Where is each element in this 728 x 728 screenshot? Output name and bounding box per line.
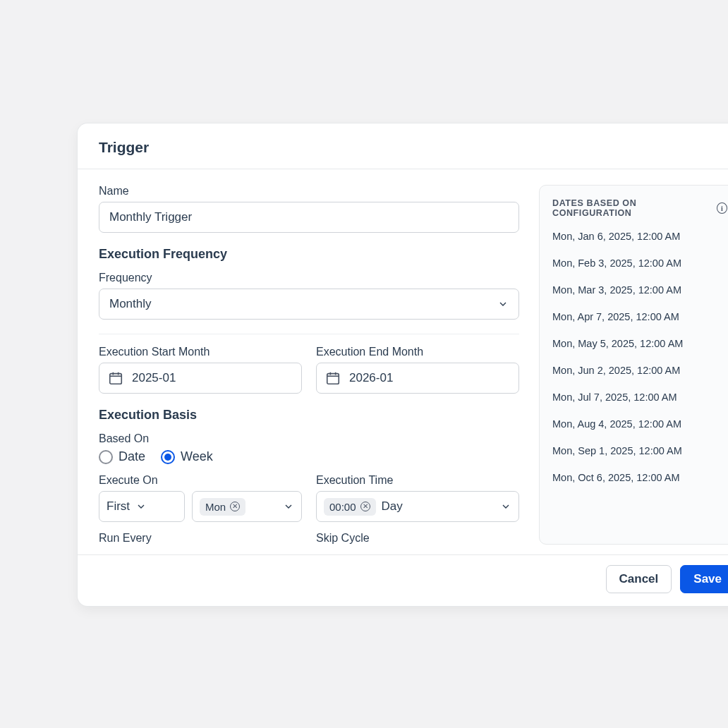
- frequency-select[interactable]: Monthly: [99, 289, 519, 320]
- chevron-down-icon: [500, 501, 511, 512]
- frequency-label: Frequency: [99, 272, 519, 284]
- divider: [99, 334, 519, 334]
- field-frequency: Frequency Monthly: [99, 272, 519, 320]
- run-skip-row: Run Every Skip Cycle: [99, 532, 519, 549]
- panel-footer: Cancel Save: [78, 554, 728, 606]
- field-run-every: Run Every: [99, 532, 302, 549]
- date-row: Mon, Jul 7, 2025, 12:00 AM: [552, 392, 727, 403]
- calendar-icon: [325, 370, 341, 386]
- date-row: Mon, Feb 3, 2025, 12:00 AM: [552, 257, 727, 269]
- execute-on-day-select[interactable]: Mon ✕: [192, 491, 302, 522]
- field-start-month: Execution Start Month 2025-01: [99, 346, 302, 394]
- time-chip[interactable]: 00:00 ✕: [324, 498, 376, 516]
- date-row: Mon, Jan 6, 2025, 12:00 AM: [552, 231, 727, 242]
- date-row: Mon, May 5, 2025, 12:00 AM: [552, 338, 727, 349]
- dates-list: Mon, Jan 6, 2025, 12:00 AM Mon, Feb 3, 2…: [552, 231, 727, 483]
- execute-row: Execute On First Mon ✕: [99, 474, 519, 522]
- date-row: Mon, Apr 7, 2025, 12:00 AM: [552, 311, 727, 322]
- field-skip-cycle: Skip Cycle: [316, 532, 519, 549]
- remove-chip-icon[interactable]: ✕: [360, 502, 370, 511]
- based-on-label: Based On: [99, 432, 519, 445]
- based-on-radios: Date Week: [99, 449, 519, 464]
- chevron-down-icon: [135, 501, 147, 512]
- radio-week-label: Week: [181, 449, 213, 464]
- info-icon[interactable]: i: [717, 202, 727, 214]
- section-execution-basis: Execution Basis: [99, 408, 519, 423]
- execute-on-ordinal-value: First: [107, 499, 130, 514]
- date-row: Mon, Aug 4, 2025, 12:00 AM: [552, 418, 727, 430]
- radio-week[interactable]: Week: [161, 449, 213, 464]
- start-month-value: 2025-01: [132, 371, 176, 385]
- cancel-button[interactable]: Cancel: [606, 565, 672, 593]
- radio-indicator: [99, 450, 113, 464]
- field-based-on: Based On Date Week: [99, 432, 519, 464]
- date-row: Mon, Sep 1, 2025, 12:00 AM: [552, 445, 727, 456]
- frequency-value: Monthly: [109, 297, 497, 311]
- chevron-down-icon: [283, 501, 294, 512]
- section-execution-frequency: Execution Frequency: [99, 247, 519, 262]
- svg-rect-1: [327, 374, 339, 384]
- date-row: Mon, Oct 6, 2025, 12:00 AM: [552, 472, 727, 483]
- trigger-panel: Trigger Name Execution Frequency Frequen…: [78, 123, 728, 606]
- radio-indicator: [161, 450, 175, 464]
- skip-cycle-label: Skip Cycle: [316, 532, 519, 545]
- execution-time-suffix: Day: [382, 499, 403, 514]
- svg-rect-0: [110, 374, 122, 384]
- save-button[interactable]: Save: [680, 565, 728, 593]
- name-label: Name: [99, 185, 519, 198]
- page-title: Trigger: [99, 139, 728, 156]
- execution-time-select[interactable]: 00:00 ✕ Day: [316, 491, 519, 522]
- dates-preview-panel: DATES BASED ON CONFIGURATION i Mon, Jan …: [539, 185, 728, 545]
- dates-header: DATES BASED ON CONFIGURATION i: [552, 198, 727, 218]
- field-end-month: Execution End Month 2026-01: [316, 346, 519, 394]
- panel-header: Trigger: [78, 123, 728, 169]
- run-every-label: Run Every: [99, 532, 302, 545]
- end-month-input[interactable]: 2026-01: [316, 363, 519, 394]
- execute-on-ordinal-select[interactable]: First: [99, 491, 185, 522]
- calendar-icon: [108, 370, 123, 386]
- field-execution-time: Execution Time 00:00 ✕ Day: [316, 474, 519, 522]
- day-chip-label: Mon: [205, 501, 226, 513]
- panel-body: Name Execution Frequency Frequency Month…: [78, 169, 728, 549]
- start-month-input[interactable]: 2025-01: [99, 363, 302, 394]
- field-name: Name: [99, 185, 519, 233]
- date-row: Mon, Jun 2, 2025, 12:00 AM: [552, 365, 727, 376]
- field-execute-on: Execute On First Mon ✕: [99, 474, 302, 522]
- end-month-value: 2026-01: [349, 371, 393, 385]
- day-chip[interactable]: Mon ✕: [200, 498, 245, 516]
- date-range-row: Execution Start Month 2025-01 Execution …: [99, 346, 519, 394]
- name-input-field[interactable]: [109, 210, 509, 224]
- form-column: Name Execution Frequency Frequency Month…: [99, 185, 519, 549]
- chevron-down-icon: [497, 298, 509, 310]
- end-month-label: Execution End Month: [316, 346, 519, 358]
- date-row: Mon, Mar 3, 2025, 12:00 AM: [552, 284, 727, 296]
- execution-time-label: Execution Time: [316, 474, 519, 487]
- radio-date[interactable]: Date: [99, 449, 145, 464]
- start-month-label: Execution Start Month: [99, 346, 302, 358]
- dates-title: DATES BASED ON CONFIGURATION: [552, 198, 711, 218]
- name-input[interactable]: [99, 202, 519, 233]
- remove-chip-icon[interactable]: ✕: [230, 502, 240, 511]
- time-chip-label: 00:00: [329, 501, 356, 513]
- execute-on-label: Execute On: [99, 474, 302, 487]
- radio-date-label: Date: [119, 449, 145, 464]
